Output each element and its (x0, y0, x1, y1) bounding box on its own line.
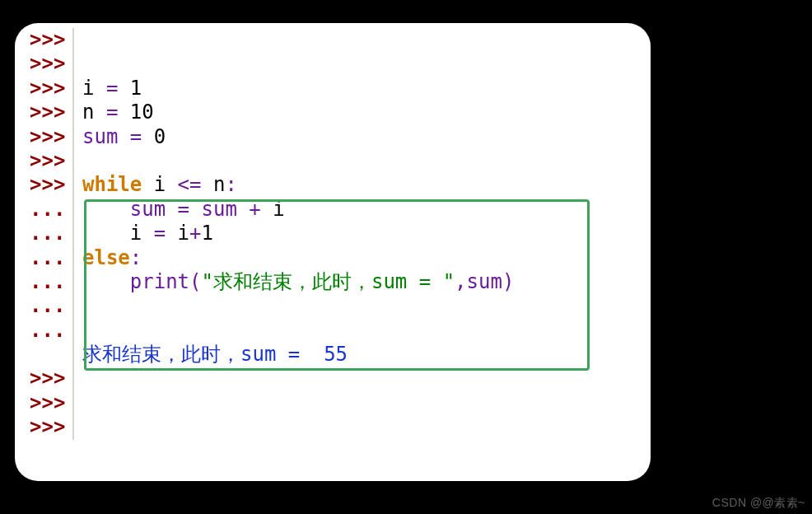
code-print: print("求和结束，此时，sum = ",sum) (74, 270, 651, 294)
watermark: CSDN @@素素~ (712, 496, 805, 511)
code-line: >>> (15, 52, 651, 76)
code-output: 求和结束，此时，sum = 55 (74, 343, 651, 367)
code-while: while i <= n: (74, 173, 651, 197)
prompt-continuation: ... (15, 246, 74, 270)
prompt-continuation: ... (15, 294, 74, 318)
code-line: >>> n = 10 (15, 100, 651, 124)
code-empty (74, 149, 651, 173)
code-line: >>> (15, 149, 651, 173)
code-sum-accum: sum = sum + i (74, 198, 651, 222)
code-assign-n: n = 10 (74, 100, 651, 124)
prompt: >>> (15, 125, 74, 149)
code-empty (74, 52, 651, 76)
prompt: >>> (15, 149, 74, 173)
output-line: 求和结束，此时，sum = 55 (15, 343, 651, 367)
prompt-continuation: ... (15, 319, 74, 343)
code-i-incr: i = i+1 (74, 222, 651, 245)
prompt-continuation: ... (15, 198, 74, 222)
code-line: >>> (15, 391, 651, 415)
prompt-continuation: ... (15, 270, 74, 294)
code-empty (74, 415, 651, 439)
code-line: >>> (15, 28, 651, 52)
prompt: >>> (15, 100, 74, 124)
code-line: ... else: (15, 246, 651, 270)
code-line: ... sum = sum + i (15, 198, 651, 222)
code-empty (74, 391, 651, 415)
prompt-continuation: ... (15, 222, 74, 245)
prompt: >>> (15, 28, 74, 52)
code-line: >>> i = 1 (15, 77, 651, 100)
code-empty (74, 294, 651, 318)
code-line: ... i = i+1 (15, 222, 651, 245)
prompt: >>> (15, 52, 74, 76)
code-assign-i: i = 1 (74, 77, 651, 100)
code-line: >>> while i <= n: (15, 173, 651, 197)
prompt: >>> (15, 367, 74, 390)
prompt: >>> (15, 391, 74, 415)
code-empty (74, 28, 651, 52)
code-line: >>> sum = 0 (15, 125, 651, 149)
prompt: >>> (15, 77, 74, 100)
prompt: >>> (15, 173, 74, 197)
code-else: else: (74, 246, 651, 270)
prompt: >>> (15, 415, 74, 439)
code-empty (74, 319, 651, 343)
code-line: >>> (15, 415, 651, 439)
code-line: ... (15, 294, 651, 318)
prompt-empty (15, 343, 74, 367)
code-line: ... print("求和结束，此时，sum = ",sum) (15, 270, 651, 294)
code-panel: >>> >>> >>> i = 1 >>> n = 10 >>> sum = 0… (15, 23, 651, 481)
code-empty (74, 367, 651, 390)
code-line: ... (15, 319, 651, 343)
code-assign-sum: sum = 0 (74, 125, 651, 149)
code-line: >>> (15, 367, 651, 390)
